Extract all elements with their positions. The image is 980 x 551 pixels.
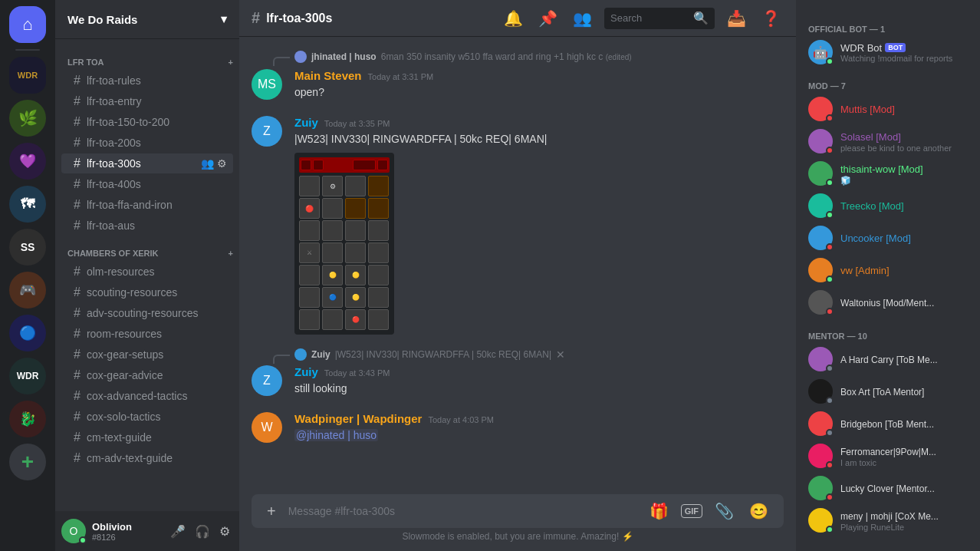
status-dot [826, 147, 834, 154]
message-group-1: MS Main Steven Today at 3:31 PM open? [239, 66, 796, 104]
channel-cox-gear-setups[interactable]: # cox-gear-setups [61, 345, 233, 365]
server-icon-3[interactable]: 💜 [9, 143, 46, 180]
member-vw[interactable]: vw [Admin] [802, 255, 974, 285]
member-a-hard-carry[interactable]: A Hard Carry [ToB Me... [802, 344, 974, 374]
member-wdr-bot[interactable]: 🤖 WDR Bot BOT Watching !modmail for repo… [802, 37, 974, 68]
channel-olm-resources[interactable]: # olm-resources [61, 262, 233, 282]
channel-label: cox-gear-setups [87, 348, 163, 361]
channel-cox-gear-advice[interactable]: # cox-gear-advice [61, 365, 233, 385]
member-status: I am toxic [840, 458, 936, 467]
member-info: Uncooker [Mod] [840, 231, 911, 245]
channel-cox-solo-tactics[interactable]: # cox-solo-tactics [61, 407, 233, 427]
mentor-label: MENTOR — 10 [808, 332, 867, 341]
message-username[interactable]: Zuiy [294, 365, 318, 378]
bell-icon[interactable]: 🔔 [501, 6, 526, 31]
reply-preview-3: Zuiy |W523| INV330| RINGWARDFFA | 50kc R… [239, 347, 796, 362]
channel-lfr-toa-300s[interactable]: # lfr-toa-300s 👥 ⚙ [61, 153, 233, 173]
message-header-4: Wadpinger | Wapdinger Today at 4:03 PM [294, 412, 784, 425]
member-treecko[interactable]: Treecko [Mod] [802, 190, 974, 221]
message-username-wadpinger[interactable]: Wadpinger | Wapdinger [294, 412, 422, 425]
server-icon-8[interactable]: WDR [9, 358, 46, 394]
member-box-art[interactable]: Box Art [ToA Mentor] [802, 376, 974, 407]
category-lfr-toa[interactable]: LFR TOA + [55, 45, 239, 70]
gift-button[interactable]: 🎁 [646, 499, 672, 523]
category-cox-add-icon[interactable]: + [229, 249, 233, 258]
gif-button[interactable]: GIF [681, 504, 702, 518]
channel-settings-icon[interactable]: ⚙ [217, 157, 227, 170]
channel-room-resources[interactable]: # room-resources [61, 324, 233, 344]
channel-label: cox-advanced-tactics [87, 390, 188, 402]
member-info: Waltonius [Mod/Ment... [840, 295, 934, 309]
help-icon[interactable]: ❓ [758, 6, 784, 31]
category-cox[interactable]: CHAMBERS OF XERIK + [55, 236, 239, 261]
user-tag: #8126 [92, 533, 161, 542]
member-bridgebon[interactable]: Bridgebon [ToB Ment... [802, 408, 974, 439]
channel-lfr-toa-400s[interactable]: # lfr-toa-400s [61, 174, 233, 194]
category-add-icon[interactable]: + [229, 58, 233, 67]
member-uncooker[interactable]: Uncooker [Mod] [802, 223, 974, 253]
hash-icon: # [74, 285, 81, 299]
channel-cox-advanced-tactics[interactable]: # cox-advanced-tactics [61, 386, 233, 406]
member-meny[interactable]: meny | mohji [CoX Me... Playing RuneLite [802, 505, 974, 536]
channel-lfr-toa-aus[interactable]: # lfr-toa-aus [61, 216, 233, 236]
message-input[interactable] [288, 505, 637, 517]
search-bar[interactable]: 🔍 [604, 8, 715, 29]
mic-button[interactable]: 🎤 [167, 521, 189, 542]
member-name: Muttis [Mod] [840, 104, 895, 115]
channel-lfr-toa-entry[interactable]: # lfr-toa-entry [61, 91, 233, 111]
hash-icon: # [74, 198, 81, 212]
home-server-icon[interactable]: ⌂ [9, 6, 46, 43]
server-icon-4[interactable]: 🗺 [9, 186, 46, 223]
avatar-thisaint [808, 161, 833, 186]
status-dot [826, 429, 834, 437]
channel-lfr-150-200[interactable]: # lfr-toa-150-to-200 [61, 112, 233, 132]
server-icon-add[interactable]: + [9, 444, 46, 480]
member-info: thisaint-wow [Mod] 🧊 [840, 162, 923, 186]
channel-add-icon[interactable]: 👥 [201, 157, 214, 170]
message-image: ⚙ 🔴 ⚔ [294, 153, 784, 335]
message-username[interactable]: Zuiy [294, 116, 318, 129]
member-muttis[interactable]: Muttis [Mod] [802, 94, 974, 124]
channel-lfr-toa-200s[interactable]: # lfr-toa-200s [61, 133, 233, 153]
user-settings-button[interactable]: ⚙ [216, 521, 233, 542]
member-waltonius[interactable]: Waltonius [Mod/Ment... [802, 287, 974, 318]
member-name: Solasel [Mod] [840, 131, 901, 143]
headphones-button[interactable]: 🎧 [192, 521, 213, 542]
server-icon-2[interactable]: 🌿 [9, 100, 46, 137]
search-input[interactable] [610, 12, 689, 24]
emoji-button[interactable]: 😊 [746, 499, 771, 523]
server-icon-6[interactable]: 🎮 [9, 272, 46, 308]
pin-icon[interactable]: 📌 [535, 6, 561, 31]
channel-lfr-toa-rules[interactable]: # lfr-toa-rules [61, 71, 233, 91]
attach-button[interactable]: + [264, 500, 279, 523]
channel-scouting-resources[interactable]: # scouting-resources [61, 282, 233, 302]
server-icon-wdr[interactable]: WDR [9, 57, 46, 94]
member-name: Box Art [ToA Mentor] [840, 387, 924, 398]
member-ferromancer[interactable]: Ferromancer|9Pow|M... I am toxic [802, 440, 974, 471]
sticker-button[interactable]: 📎 [712, 499, 737, 523]
channel-cm-text-guide[interactable]: # cm-text-guide [61, 427, 233, 447]
server-header[interactable]: We Do Raids ▾ [55, 0, 239, 39]
hash-icon: # [74, 136, 81, 150]
server-icon-9[interactable]: 🐉 [9, 401, 46, 437]
channel-lfr-toa-ffa[interactable]: # lfr-toa-ffa-and-iron [61, 195, 233, 215]
avatar-zuiy: Z [252, 116, 282, 147]
inbox-icon[interactable]: 📥 [724, 6, 749, 31]
members-icon[interactable]: 👥 [570, 6, 595, 31]
channel-cm-adv-text-guide[interactable]: # cm-adv-text-guide [61, 448, 233, 468]
channel-adv-scouting-resources[interactable]: # adv-scouting-resources [61, 303, 233, 323]
member-thisaint[interactable]: thisaint-wow [Mod] 🧊 [802, 158, 974, 189]
avatar-muttis [808, 97, 833, 121]
reply-username: jhinated | huso [311, 51, 377, 62]
reply-content-zuiy: |W523| INV330| RINGWARDFFA | 50kc REQ| 6… [335, 349, 551, 360]
member-solasel[interactable]: Solasel [Mod] please be kind to one anot… [802, 126, 974, 157]
status-indicator [79, 536, 87, 544]
status-dot [826, 308, 834, 315]
server-icon-5[interactable]: SS [9, 229, 46, 266]
channel-label: lfr-toa-ffa-and-iron [87, 199, 173, 211]
member-lucky-clover[interactable]: Lucky Clover [Mentor... [802, 473, 974, 503]
avatar: O [61, 519, 86, 543]
server-icon-7[interactable]: 🔵 [9, 315, 46, 351]
avatar-a-hard-carry [808, 347, 833, 371]
message-username[interactable]: Main Steven [294, 69, 362, 82]
